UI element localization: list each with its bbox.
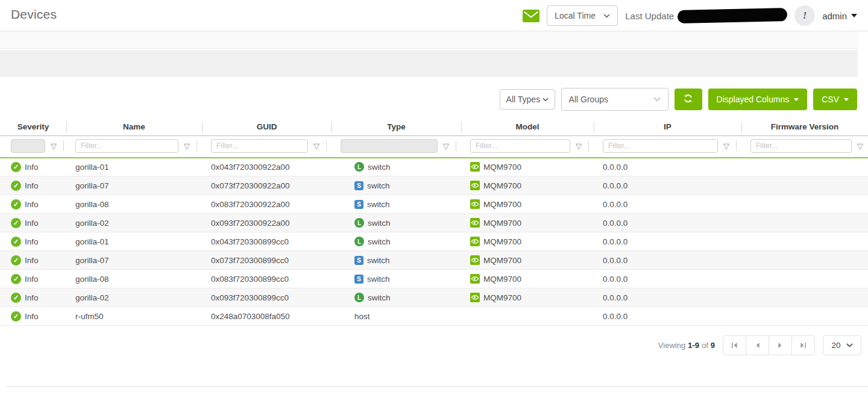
previous-page-button[interactable] — [746, 335, 769, 355]
model-filter-input[interactable] — [470, 139, 570, 153]
model-label: MQM9700 — [483, 237, 521, 246]
spine-badge-icon: S — [354, 181, 363, 190]
table-row[interactable]: ✓Infogorilla-020x093f720300922a00Lswitch… — [0, 214, 868, 232]
mail-icon[interactable] — [523, 10, 539, 22]
table-row[interactable]: ✓Infogorilla-080x083f720300899cc0Sswitch… — [0, 270, 868, 288]
nvidia-logo-icon — [470, 237, 480, 246]
model-label: MQM9700 — [483, 181, 521, 190]
filter-funnel-icon[interactable]: ▽ — [184, 142, 190, 150]
name-filter-input[interactable] — [75, 139, 178, 153]
ip-cell: 0.0.0.0 — [594, 232, 741, 251]
csv-button[interactable]: CSV — [813, 89, 857, 110]
timezone-select[interactable]: Local Time — [547, 5, 618, 26]
name-cell: gorilla-01 — [66, 232, 202, 251]
column-header-name[interactable]: Name — [66, 119, 202, 135]
column-header-ip[interactable]: IP — [594, 119, 741, 135]
nvidia-logo-icon — [470, 293, 480, 302]
table-row[interactable]: ✓Infor-ufm500x248a0703008fa050host0.0.0.… — [0, 307, 868, 326]
info-check-icon: ✓ — [11, 218, 21, 228]
subheader-band — [0, 31, 858, 49]
model-cell: MQM9700 — [461, 288, 594, 307]
table-header-row: Severity Name GUID Type Model IP Firmwar… — [0, 119, 868, 135]
type-filter-input — [341, 139, 438, 153]
table-filter-row: ▽ ▽ ▽ ▽ — [0, 135, 868, 158]
type-label: host — [354, 312, 370, 321]
ip-cell: 0.0.0.0 — [594, 288, 741, 307]
model-cell: MQM9700 — [461, 270, 594, 288]
firmware-cell — [741, 307, 868, 326]
type-label: switch — [368, 219, 391, 228]
severity-cell: ✓Info — [0, 176, 66, 195]
info-check-icon: ✓ — [11, 255, 21, 266]
severity-label: Info — [25, 219, 39, 228]
page-size-value: 20 — [831, 341, 840, 350]
type-label: switch — [368, 293, 391, 302]
firmware-cell — [741, 251, 868, 270]
model-label: MQM9700 — [483, 200, 521, 209]
viewing-total: 9 — [711, 341, 715, 350]
displayed-columns-button[interactable]: Displayed Columns — [708, 89, 808, 110]
chevron-down-icon — [542, 98, 549, 102]
displayed-columns-label: Displayed Columns — [717, 95, 790, 104]
guid-filter-input[interactable] — [211, 139, 308, 153]
column-header-type[interactable]: Type — [332, 119, 461, 135]
severity-cell: ✓Info — [0, 195, 66, 214]
devices-table: Severity Name GUID Type Model IP Firmwar… — [0, 119, 868, 326]
firmware-filter-input[interactable] — [750, 139, 852, 153]
model-label: MQM9700 — [483, 256, 521, 265]
chevron-down-icon — [851, 14, 857, 17]
leaf-badge-icon: L — [354, 237, 364, 246]
type-cell: host — [332, 307, 461, 326]
first-page-button[interactable] — [723, 335, 746, 355]
last-page-button[interactable] — [791, 335, 815, 355]
table-row[interactable]: ✓Infogorilla-010x043f720300922a00Lswitch… — [0, 158, 868, 176]
table-row[interactable]: ✓Infogorilla-070x073f720300922a00Sswitch… — [0, 176, 868, 195]
name-cell: gorilla-02 — [66, 214, 202, 232]
refresh-button[interactable] — [675, 89, 702, 110]
filter-funnel-icon[interactable]: ▽ — [576, 142, 582, 150]
type-cell: Sswitch — [332, 270, 461, 288]
top-bar-actions: Local Time Last Update ! admin — [523, 0, 857, 31]
nvidia-logo-icon — [470, 181, 480, 190]
column-header-model[interactable]: Model — [461, 119, 594, 135]
type-filter-select[interactable]: All Types — [500, 89, 555, 110]
model-cell: MQM9700 — [461, 214, 594, 232]
table-row[interactable]: ✓Infogorilla-010x043f720300899cc0Lswitch… — [0, 232, 868, 251]
user-menu[interactable]: admin — [822, 11, 857, 21]
column-header-guid[interactable]: GUID — [202, 119, 332, 135]
chevron-down-icon — [846, 343, 853, 347]
severity-label: Info — [25, 163, 39, 172]
filter-funnel-icon[interactable]: ▽ — [723, 142, 729, 150]
type-filter-value: All Types — [506, 95, 541, 104]
type-label: switch — [368, 163, 391, 172]
table-row[interactable]: ✓Infogorilla-020x093f720300899cc0Lswitch… — [0, 288, 868, 307]
name-cell: gorilla-08 — [66, 195, 202, 214]
filter-funnel-icon[interactable]: ▽ — [857, 142, 863, 150]
ip-cell: 0.0.0.0 — [594, 307, 741, 326]
column-header-firmware[interactable]: Firmware Version — [741, 119, 868, 135]
column-header-severity[interactable]: Severity — [0, 119, 66, 135]
nvidia-logo-icon — [470, 162, 480, 172]
severity-label: Info — [25, 181, 39, 190]
model-cell: MQM9700 — [461, 158, 594, 176]
filter-funnel-icon[interactable]: ▽ — [51, 142, 57, 150]
spine-badge-icon: S — [354, 256, 363, 265]
nvidia-logo-icon — [470, 218, 480, 228]
guid-cell: 0x043f720300922a00 — [202, 158, 332, 176]
table-row[interactable]: ✓Infogorilla-080x083f720300922a00Sswitch… — [0, 195, 868, 214]
group-filter-value: All Groups — [569, 95, 608, 104]
help-icon[interactable]: ! — [794, 5, 815, 26]
info-check-icon: ✓ — [11, 274, 21, 284]
page-size-select[interactable]: 20 — [823, 335, 861, 355]
pager-buttons — [723, 335, 815, 355]
leaf-badge-icon: L — [354, 293, 364, 302]
name-cell: gorilla-07 — [66, 176, 202, 195]
group-filter-select[interactable]: All Groups — [561, 88, 668, 111]
filter-funnel-icon[interactable]: ▽ — [313, 142, 319, 150]
next-page-button[interactable] — [769, 335, 792, 355]
table-toolbar: All Types All Groups Displayed Colum — [0, 88, 857, 111]
table-row[interactable]: ✓Infogorilla-070x073f720300899cc0Sswitch… — [0, 251, 868, 270]
viewing-text: Viewing 1-9 of 9 — [658, 341, 715, 350]
ip-filter-input[interactable] — [603, 139, 718, 153]
filter-funnel-icon[interactable]: ▽ — [443, 142, 449, 150]
